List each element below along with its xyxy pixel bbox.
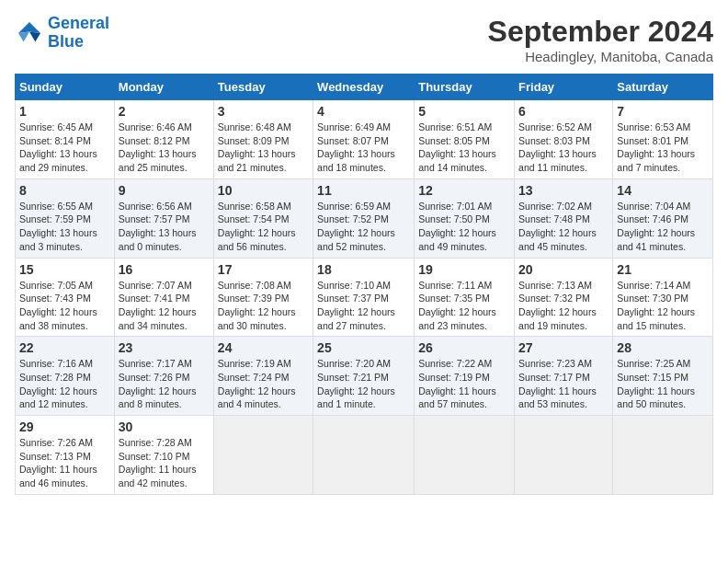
calendar-cell: 6 Sunrise: 6:52 AM Sunset: 8:03 PM Dayli… (515, 100, 613, 179)
sunset-text: Sunset: 7:30 PM (617, 292, 709, 305)
calendar-cell: 17 Sunrise: 7:08 AM Sunset: 7:39 PM Dayl… (213, 258, 313, 337)
sunset-text: Sunset: 7:19 PM (418, 371, 510, 385)
sunset-text: Sunset: 8:09 PM (218, 134, 309, 148)
daylight-text: Daylight: 11 hours and 42 minutes. (119, 463, 210, 489)
sunrise-text: Sunrise: 7:13 AM (518, 279, 609, 293)
calendar-cell: 1 Sunrise: 6:45 AM Sunset: 8:14 PM Dayli… (16, 100, 115, 179)
calendar-cell: 15 Sunrise: 7:05 AM Sunset: 7:43 PM Dayl… (16, 258, 115, 337)
calendar-cell: 27 Sunrise: 7:23 AM Sunset: 7:17 PM Dayl… (515, 337, 613, 416)
calendar-cell (515, 416, 613, 495)
daylight-text: Daylight: 12 hours and 34 minutes. (119, 305, 210, 332)
sunset-text: Sunset: 7:52 PM (317, 213, 410, 226)
calendar-table: SundayMondayTuesdayWednesdayThursdayFrid… (15, 74, 713, 495)
sunrise-text: Sunrise: 7:16 AM (19, 357, 110, 371)
sunrise-text: Sunrise: 6:56 AM (119, 200, 210, 213)
day-info: Sunrise: 7:01 AM Sunset: 7:50 PM Dayligh… (418, 200, 510, 254)
day-info: Sunrise: 7:16 AM Sunset: 7:28 PM Dayligh… (19, 357, 110, 411)
daylight-text: Daylight: 12 hours and 45 minutes. (518, 226, 609, 253)
day-info: Sunrise: 7:19 AM Sunset: 7:24 PM Dayligh… (218, 357, 309, 411)
calendar-cell: 16 Sunrise: 7:07 AM Sunset: 7:41 PM Dayl… (114, 258, 213, 337)
sunrise-text: Sunrise: 6:55 AM (19, 200, 110, 213)
day-number: 22 (19, 340, 110, 355)
daylight-text: Daylight: 12 hours and 56 minutes. (218, 226, 309, 253)
daylight-text: Daylight: 11 hours and 57 minutes. (418, 385, 510, 411)
sunset-text: Sunset: 7:28 PM (19, 371, 110, 385)
sunset-text: Sunset: 7:32 PM (518, 292, 609, 305)
day-number: 3 (218, 104, 309, 119)
calendar-cell (613, 416, 713, 495)
calendar-cell: 9 Sunrise: 6:56 AM Sunset: 7:57 PM Dayli… (114, 178, 213, 258)
calendar-cell: 24 Sunrise: 7:19 AM Sunset: 7:24 PM Dayl… (213, 337, 313, 416)
sunrise-text: Sunrise: 6:49 AM (317, 121, 410, 134)
sunset-text: Sunset: 7:17 PM (518, 371, 609, 385)
day-info: Sunrise: 7:26 AM Sunset: 7:13 PM Dayligh… (19, 436, 110, 490)
day-number: 19 (418, 262, 510, 277)
header-monday: Monday (114, 75, 213, 100)
month-title: September 2024 (488, 15, 713, 49)
calendar-cell: 22 Sunrise: 7:16 AM Sunset: 7:28 PM Dayl… (16, 337, 115, 416)
day-info: Sunrise: 6:59 AM Sunset: 7:52 PM Dayligh… (317, 200, 410, 254)
day-number: 14 (617, 183, 709, 198)
day-info: Sunrise: 6:46 AM Sunset: 8:12 PM Dayligh… (119, 121, 210, 175)
calendar-cell: 23 Sunrise: 7:17 AM Sunset: 7:26 PM Dayl… (114, 337, 213, 416)
day-number: 12 (418, 183, 510, 198)
daylight-text: Daylight: 12 hours and 23 minutes. (418, 305, 510, 332)
calendar-cell: 5 Sunrise: 6:51 AM Sunset: 8:05 PM Dayli… (415, 100, 515, 179)
day-number: 7 (617, 104, 709, 119)
calendar-cell: 3 Sunrise: 6:48 AM Sunset: 8:09 PM Dayli… (213, 100, 313, 179)
day-info: Sunrise: 7:23 AM Sunset: 7:17 PM Dayligh… (518, 357, 609, 411)
daylight-text: Daylight: 12 hours and 38 minutes. (19, 305, 110, 332)
sunset-text: Sunset: 7:13 PM (19, 450, 110, 464)
daylight-text: Daylight: 12 hours and 52 minutes. (317, 226, 410, 253)
calendar-cell: 8 Sunrise: 6:55 AM Sunset: 7:59 PM Dayli… (16, 178, 115, 258)
daylight-text: Daylight: 12 hours and 30 minutes. (218, 305, 309, 332)
day-info: Sunrise: 7:08 AM Sunset: 7:39 PM Dayligh… (218, 279, 309, 333)
sunset-text: Sunset: 8:01 PM (617, 134, 709, 148)
header-sunday: Sunday (16, 75, 115, 100)
calendar-cell: 13 Sunrise: 7:02 AM Sunset: 7:48 PM Dayl… (515, 178, 613, 258)
calendar-cell: 26 Sunrise: 7:22 AM Sunset: 7:19 PM Dayl… (415, 337, 515, 416)
sunrise-text: Sunrise: 6:52 AM (518, 121, 609, 134)
daylight-text: Daylight: 12 hours and 41 minutes. (617, 226, 709, 253)
sunset-text: Sunset: 7:46 PM (617, 213, 709, 226)
sunset-text: Sunset: 7:35 PM (418, 292, 510, 305)
day-number: 4 (317, 104, 410, 119)
daylight-text: Daylight: 13 hours and 25 minutes. (119, 147, 210, 174)
daylight-text: Daylight: 12 hours and 27 minutes. (317, 305, 410, 332)
day-number: 8 (19, 183, 110, 198)
calendar-cell: 14 Sunrise: 7:04 AM Sunset: 7:46 PM Dayl… (613, 178, 713, 258)
sunset-text: Sunset: 7:41 PM (119, 292, 210, 305)
sunset-text: Sunset: 7:37 PM (317, 292, 410, 305)
calendar-cell: 30 Sunrise: 7:28 AM Sunset: 7:10 PM Dayl… (114, 416, 213, 495)
page-header: General Blue September 2024 Headingley, … (15, 15, 713, 64)
calendar-cell: 20 Sunrise: 7:13 AM Sunset: 7:32 PM Dayl… (515, 258, 613, 337)
daylight-text: Daylight: 13 hours and 7 minutes. (617, 147, 709, 174)
sunrise-text: Sunrise: 7:08 AM (218, 279, 309, 293)
sunrise-text: Sunrise: 7:25 AM (617, 357, 709, 371)
sunset-text: Sunset: 7:50 PM (418, 213, 510, 226)
day-number: 9 (119, 183, 210, 198)
calendar-cell: 25 Sunrise: 7:20 AM Sunset: 7:21 PM Dayl… (313, 337, 415, 416)
sunset-text: Sunset: 7:39 PM (218, 292, 309, 305)
day-info: Sunrise: 6:53 AM Sunset: 8:01 PM Dayligh… (617, 121, 709, 175)
sunset-text: Sunset: 7:57 PM (119, 213, 210, 226)
sunset-text: Sunset: 7:48 PM (518, 213, 609, 226)
calendar-cell: 29 Sunrise: 7:26 AM Sunset: 7:13 PM Dayl… (16, 416, 115, 495)
day-info: Sunrise: 6:48 AM Sunset: 8:09 PM Dayligh… (218, 121, 309, 175)
header-friday: Friday (515, 75, 613, 100)
sunrise-text: Sunrise: 7:17 AM (119, 357, 210, 371)
daylight-text: Daylight: 13 hours and 14 minutes. (418, 147, 510, 174)
sunset-text: Sunset: 7:54 PM (218, 213, 309, 226)
day-number: 21 (617, 262, 709, 277)
sunset-text: Sunset: 8:05 PM (418, 134, 510, 148)
sunrise-text: Sunrise: 7:11 AM (418, 279, 510, 293)
daylight-text: Daylight: 12 hours and 8 minutes. (119, 385, 210, 411)
header-wednesday: Wednesday (313, 75, 415, 100)
sunrise-text: Sunrise: 6:46 AM (119, 121, 210, 134)
calendar-cell: 28 Sunrise: 7:25 AM Sunset: 7:15 PM Dayl… (613, 337, 713, 416)
day-number: 10 (218, 183, 309, 198)
sunrise-text: Sunrise: 7:05 AM (19, 279, 110, 293)
day-info: Sunrise: 7:04 AM Sunset: 7:46 PM Dayligh… (617, 200, 709, 254)
calendar-cell: 11 Sunrise: 6:59 AM Sunset: 7:52 PM Dayl… (313, 178, 415, 258)
daylight-text: Daylight: 12 hours and 4 minutes. (218, 385, 309, 411)
